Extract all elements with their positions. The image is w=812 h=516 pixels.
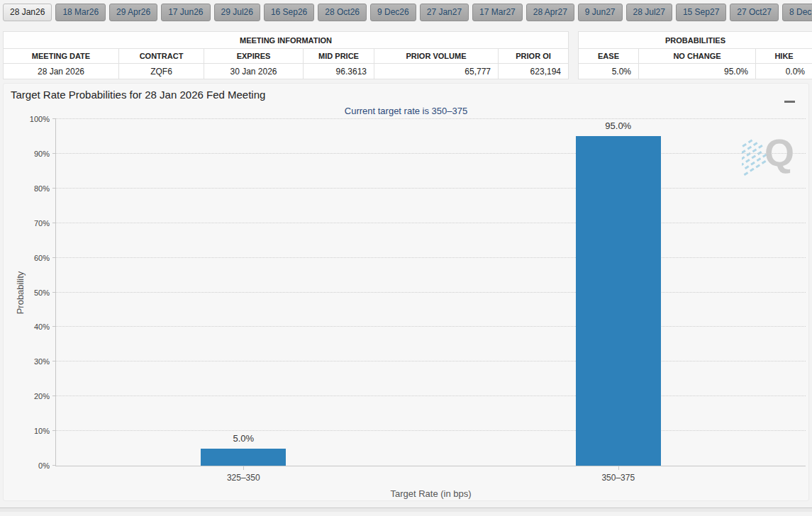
y-tick-label: 60%: [34, 254, 50, 262]
y-tick-label: 30%: [34, 357, 50, 366]
column-header: HIKE: [756, 49, 812, 64]
meeting-date-tab-15-sep27[interactable]: 15 Sep27: [676, 4, 726, 21]
probabilities-table-title: PROBABILITIES: [579, 32, 812, 49]
meeting-information-table: MEETING INFORMATIONMEETING DATECONTRACTE…: [3, 31, 569, 79]
column-header: CONTRACT: [119, 49, 204, 64]
y-tick-label: 0%: [38, 461, 50, 470]
column-header: NO CHANGE: [639, 49, 756, 64]
meeting-date-tab-17-mar27[interactable]: 17 Mar27: [472, 4, 523, 21]
y-axis-tick: [52, 396, 56, 396]
meeting-date-tab-8-dec27[interactable]: 8 Dec27: [782, 4, 812, 21]
y-axis-tick: [52, 153, 56, 154]
chart-plot-area: Probability Target Rate (in bps) 0%10%20…: [55, 119, 806, 466]
meeting-date-tab-29-jul26[interactable]: 29 Jul26: [214, 4, 260, 21]
y-gridline: [56, 396, 806, 396]
meeting-date-tab-28-jul27[interactable]: 28 Jul27: [626, 4, 672, 21]
probabilities-table: PROBABILITIESEASENO CHANGEHIKE5.0%95.0%0…: [578, 31, 812, 79]
meeting-date-tab-28-apr27[interactable]: 28 Apr27: [526, 4, 574, 21]
y-axis-tick: [52, 188, 56, 189]
y-gridline: [56, 223, 806, 223]
y-tick-label: 80%: [34, 184, 50, 193]
column-header: PRIOR OI: [499, 49, 569, 64]
column-header: EASE: [579, 49, 639, 64]
y-tick-label: 20%: [34, 392, 50, 400]
x-category-label: 325–350: [201, 473, 286, 483]
meeting-date-tab-17-jun26[interactable]: 17 Jun26: [161, 4, 210, 21]
cell-value: 30 Jan 2026: [204, 64, 304, 79]
meeting-date-tab-28-oct26[interactable]: 28 Oct26: [318, 4, 367, 21]
y-gridline: [56, 257, 806, 258]
meeting-date-tabs-bar: 28 Jan2618 Mar2629 Apr2617 Jun2629 Jul26…: [0, 0, 812, 23]
y-gridline: [56, 118, 806, 119]
meeting-date-tab-16-sep26[interactable]: 16 Sep26: [264, 4, 314, 21]
x-category-label: 350–375: [576, 473, 661, 483]
target-rate-chart-panel: Target Rate Probabilities for 28 Jan 202…: [3, 83, 809, 501]
meeting-date-tab-18-mar26[interactable]: 18 Mar26: [55, 4, 106, 21]
chart-context-menu-button[interactable]: [783, 90, 799, 104]
x-axis-tick: [243, 466, 244, 470]
probability-bar-350-375[interactable]: [576, 136, 661, 466]
bottom-divider: [0, 507, 812, 512]
y-axis-tick: [52, 361, 56, 361]
meeting-information-table-title: MEETING INFORMATION: [4, 32, 569, 49]
y-axis-title: Probability: [15, 271, 26, 314]
y-axis-tick: [52, 430, 56, 431]
cell-value: 95.0%: [639, 64, 756, 79]
y-gridline: [56, 153, 806, 154]
y-axis-tick: [52, 257, 56, 258]
column-header: EXPIRES: [204, 49, 304, 64]
cell-value: 0.0%: [756, 64, 812, 79]
cell-value: 28 Jan 2026: [4, 64, 119, 79]
column-header: MEETING DATE: [4, 49, 119, 64]
bar-value-label: 95.0%: [576, 120, 661, 131]
y-gridline: [56, 188, 806, 189]
cell-value: 623,194: [499, 64, 569, 79]
meeting-date-tab-9-dec26[interactable]: 9 Dec26: [370, 4, 416, 21]
probabilities-table-container: PROBABILITIESEASENO CHANGEHIKE5.0%95.0%0…: [578, 31, 812, 79]
chart-subtitle: Current target rate is 350–375: [4, 106, 808, 116]
y-axis-tick: [52, 118, 56, 119]
meeting-date-tab-27-jan27[interactable]: 27 Jan27: [420, 4, 469, 21]
chart-title: Target Rate Probabilities for 28 Jan 202…: [11, 89, 265, 101]
y-tick-label: 40%: [34, 322, 50, 331]
column-header: MID PRICE: [304, 49, 374, 64]
y-gridline: [56, 430, 806, 431]
cell-value: ZQF6: [119, 64, 204, 79]
y-gridline: [56, 361, 806, 361]
meeting-information-table-container: MEETING INFORMATIONMEETING DATECONTRACTE…: [3, 31, 569, 79]
y-axis-tick: [52, 326, 56, 327]
y-tick-label: 90%: [34, 150, 50, 158]
meeting-date-tab-29-apr26[interactable]: 29 Apr26: [109, 4, 157, 21]
y-tick-label: 50%: [34, 288, 50, 297]
y-axis-tick: [52, 223, 56, 223]
y-tick-label: 10%: [34, 427, 50, 435]
y-gridline: [56, 326, 806, 327]
cell-value: 5.0%: [579, 64, 639, 79]
y-gridline: [56, 292, 806, 293]
x-axis-tick: [618, 466, 619, 470]
bottom-gap: [0, 501, 812, 507]
y-axis-tick: [52, 292, 56, 293]
column-header: PRIOR VOLUME: [374, 49, 499, 64]
y-tick-label: 70%: [34, 219, 50, 228]
y-tick-label: 100%: [30, 115, 50, 123]
meeting-date-tab-27-oct27[interactable]: 27 Oct27: [730, 4, 779, 21]
meeting-date-tab-9-jun27[interactable]: 9 Jun27: [578, 4, 623, 21]
cell-value: 96.3613: [304, 64, 374, 79]
cell-value: 65,777: [374, 64, 499, 79]
probability-bar-325-350[interactable]: [201, 449, 286, 466]
y-axis-tick: [52, 465, 56, 466]
x-axis-title: Target Rate (in bps): [56, 488, 806, 499]
meeting-date-tab-28-jan26[interactable]: 28 Jan26: [3, 4, 52, 21]
bar-value-label: 5.0%: [201, 433, 286, 444]
summary-tables-row: MEETING INFORMATIONMEETING DATECONTRACTE…: [3, 31, 809, 79]
